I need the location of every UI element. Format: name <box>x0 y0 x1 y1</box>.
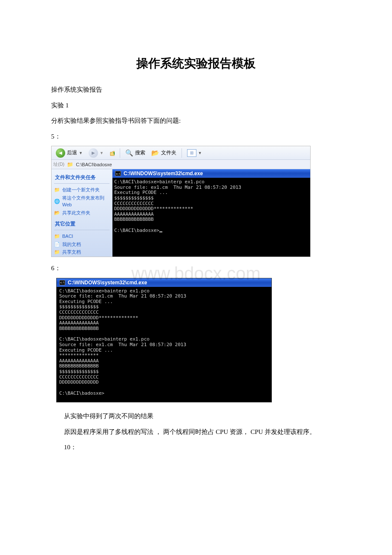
forward-button[interactable]: ► ▼ <box>86 147 106 159</box>
folders-icon: 📂 <box>151 149 159 157</box>
paragraph-item6: 6： <box>51 262 341 275</box>
folder-icon: 📁 <box>54 249 60 256</box>
views-icon: ⊞ <box>187 149 196 157</box>
chevron-down-icon: ▼ <box>79 151 83 155</box>
cmd-titlebar[interactable]: c:\ C:\WINDOWS\system32\cmd.exe <box>112 169 310 178</box>
toolbar-separator <box>182 148 182 158</box>
other-places-heading: 其它位置 <box>54 219 110 230</box>
task-label: 共享此文件夹 <box>62 209 90 217</box>
cmd-text: C:\BACI\badosxe>bainterp ex1.pco Source … <box>114 179 241 233</box>
task-label: 将这个文件夹发布到 Web <box>62 194 110 208</box>
views-button[interactable]: ⊞ ▼ <box>184 148 205 158</box>
place-label: 共享文档 <box>62 249 81 256</box>
toolbar-separator <box>120 148 120 158</box>
other-places: 其它位置 📁 BACI 📄 我的文档 📁 共享文档 <box>54 219 110 256</box>
up-button[interactable] <box>107 148 117 158</box>
task-share-folder[interactable]: 📂 共享此文件夹 <box>54 209 110 217</box>
cmd-icon: c:\ <box>115 171 121 176</box>
globe-icon: 🌐 <box>54 198 60 205</box>
cmd-icon: c:\ <box>59 280 65 285</box>
place-shareddocs[interactable]: 📁 共享文档 <box>54 248 110 256</box>
folder-icon: 📁 <box>54 233 60 240</box>
place-label: BACI <box>62 233 73 240</box>
cmd-title: C:\WINDOWS\system32\cmd.exe <box>68 280 147 286</box>
address-label: 址(D) <box>53 161 64 168</box>
task-new-folder[interactable]: 📁 创建一个新文件夹 <box>54 186 110 194</box>
new-folder-icon: 📁 <box>54 186 60 194</box>
cmd-output: C:\BACI\badosxe>bainterp ex1.pco Source … <box>112 178 310 257</box>
paragraph-analysis: 分析实验结果参照实验指导书回答下面的问题: <box>51 115 341 127</box>
back-label: 后退 <box>67 149 77 156</box>
chevron-down-icon: ▼ <box>198 151 202 155</box>
screenshot-explorer-cmd: ◄ 后退 ▼ ► ▼ 🔍 搜索 📂 文件夹 ⊞ ▼ 址(D) <box>51 146 311 257</box>
cmd-window: c:\ C:\WINDOWS\system32\cmd.exe C:\BACI\… <box>112 169 310 257</box>
address-bar[interactable]: 址(D) 📁 C:\BACI\badosxe <box>52 160 310 169</box>
chevron-down-icon: ▼ <box>100 151 104 155</box>
search-button[interactable]: 🔍 搜索 <box>123 148 148 158</box>
up-folder-icon <box>110 149 115 157</box>
cmd-titlebar[interactable]: c:\ C:\WINDOWS\system32\cmd.exe <box>57 278 271 287</box>
paragraph-reason: 原因是程序采用了多线程的写法 ， 两个线程同时抢占 CPU 资源， CPU 并发… <box>51 426 341 438</box>
place-baci[interactable]: 📁 BACI <box>54 232 110 240</box>
file-folder-tasks: 文件和文件夹任务 📁 创建一个新文件夹 🌐 将这个文件夹发布到 Web 📂 共享… <box>54 173 110 217</box>
paragraph-exp1: 实验 1 <box>51 99 341 112</box>
tasks-heading: 文件和文件夹任务 <box>54 173 110 184</box>
folders-button[interactable]: 📂 文件夹 <box>149 148 179 158</box>
paragraph-different-results: 从实验中得到了两次不同的结果 <box>51 410 341 422</box>
cursor <box>159 231 162 232</box>
folder-icon: 📁 <box>67 162 73 168</box>
screenshot-cmd-two-runs: c:\ C:\WINDOWS\system32\cmd.exe C:\BACI\… <box>56 278 272 403</box>
explorer-toolbar: ◄ 后退 ▼ ► ▼ 🔍 搜索 📂 文件夹 ⊞ ▼ <box>52 146 310 160</box>
place-mydocs[interactable]: 📄 我的文档 <box>54 240 110 249</box>
folders-label: 文件夹 <box>161 149 176 156</box>
task-publish-web[interactable]: 🌐 将这个文件夹发布到 Web <box>54 194 110 209</box>
cmd-title: C:\WINDOWS\system32\cmd.exe <box>124 171 203 176</box>
cmd-output: C:\BACI\badosxe>bainterp ex1.pco Source … <box>57 287 271 402</box>
paragraph-report-header: 操作系统实验报告 <box>51 84 341 96</box>
back-icon: ◄ <box>56 148 65 158</box>
share-icon: 📂 <box>54 209 60 217</box>
document-icon: 📄 <box>54 241 60 248</box>
forward-icon: ► <box>89 148 98 158</box>
address-path: C:\BACI\badosxe <box>76 162 112 167</box>
search-label: 搜索 <box>135 149 145 156</box>
search-icon: 🔍 <box>125 149 133 157</box>
document-title: 操作系统实验报告模板 <box>51 55 341 72</box>
back-button[interactable]: ◄ 后退 ▼ <box>53 147 85 159</box>
paragraph-item5: 5： <box>51 130 341 143</box>
place-label: 我的文档 <box>62 241 81 248</box>
explorer-task-pane: 文件和文件夹任务 📁 创建一个新文件夹 🌐 将这个文件夹发布到 Web 📂 共享… <box>52 169 112 257</box>
paragraph-item10: 10： <box>51 441 341 454</box>
task-label: 创建一个新文件夹 <box>62 186 100 194</box>
